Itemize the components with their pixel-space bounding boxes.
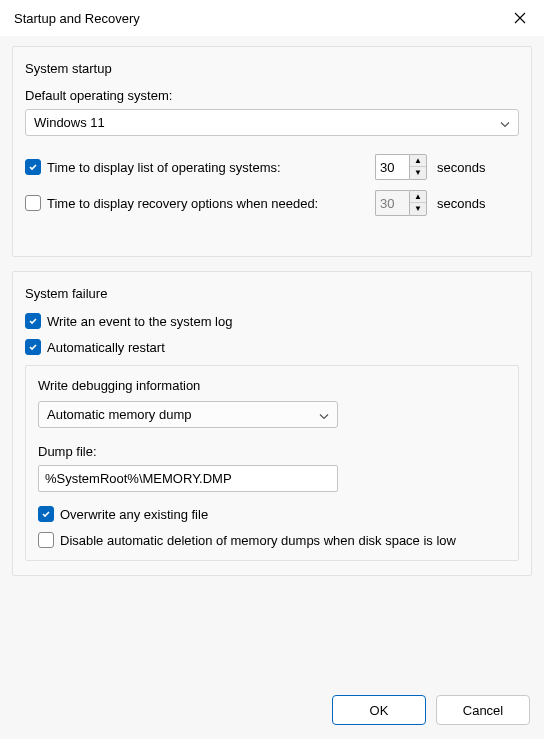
titlebar: Startup and Recovery — [0, 0, 544, 36]
dump-type-value: Automatic memory dump — [47, 407, 192, 422]
dialog-footer: OK Cancel — [332, 695, 530, 725]
overwrite-checkbox[interactable] — [38, 506, 54, 522]
dump-file-input[interactable] — [38, 465, 338, 492]
auto-restart-label: Automatically restart — [47, 340, 165, 355]
overwrite-label: Overwrite any existing file — [60, 507, 208, 522]
seconds-unit: seconds — [437, 160, 485, 175]
display-recovery-seconds[interactable]: ▲ ▼ — [375, 190, 427, 216]
seconds-unit: seconds — [437, 196, 485, 211]
write-debugging-title: Write debugging information — [38, 378, 506, 393]
system-failure-title: System failure — [25, 286, 519, 301]
display-recovery-checkbox[interactable] — [25, 195, 41, 211]
window-title: Startup and Recovery — [14, 11, 500, 26]
display-os-list-seconds[interactable]: ▲ ▼ — [375, 154, 427, 180]
write-event-label: Write an event to the system log — [47, 314, 232, 329]
dump-type-select[interactable]: Automatic memory dump — [38, 401, 338, 428]
default-os-label: Default operating system: — [25, 88, 519, 103]
display-recovery-label: Time to display recovery options when ne… — [47, 196, 318, 211]
dialog-body: System startup Default operating system:… — [0, 36, 544, 739]
default-os-value: Windows 11 — [34, 115, 105, 130]
spin-down-icon[interactable]: ▼ — [410, 203, 426, 215]
dump-file-label: Dump file: — [38, 444, 506, 459]
default-os-select[interactable]: Windows 11 — [25, 109, 519, 136]
display-os-list-checkbox[interactable] — [25, 159, 41, 175]
disable-auto-delete-label: Disable automatic deletion of memory dum… — [60, 533, 456, 548]
close-icon — [514, 12, 526, 24]
display-os-list-label: Time to display list of operating system… — [47, 160, 281, 175]
cancel-button[interactable]: Cancel — [436, 695, 530, 725]
close-button[interactable] — [500, 4, 540, 32]
spin-up-icon[interactable]: ▲ — [410, 191, 426, 203]
chevron-down-icon — [319, 407, 329, 422]
system-startup-title: System startup — [25, 61, 519, 76]
disable-auto-delete-checkbox[interactable] — [38, 532, 54, 548]
display-os-list-seconds-input[interactable] — [375, 154, 409, 180]
chevron-down-icon — [500, 115, 510, 130]
spin-down-icon[interactable]: ▼ — [410, 167, 426, 179]
write-debugging-group: Write debugging information Automatic me… — [25, 365, 519, 561]
spin-up-icon[interactable]: ▲ — [410, 155, 426, 167]
spinner-buttons[interactable]: ▲ ▼ — [409, 190, 427, 216]
system-startup-group: System startup Default operating system:… — [12, 46, 532, 257]
spinner-buttons[interactable]: ▲ ▼ — [409, 154, 427, 180]
auto-restart-checkbox[interactable] — [25, 339, 41, 355]
display-recovery-seconds-input[interactable] — [375, 190, 409, 216]
system-failure-group: System failure Write an event to the sys… — [12, 271, 532, 576]
ok-button[interactable]: OK — [332, 695, 426, 725]
write-event-checkbox[interactable] — [25, 313, 41, 329]
